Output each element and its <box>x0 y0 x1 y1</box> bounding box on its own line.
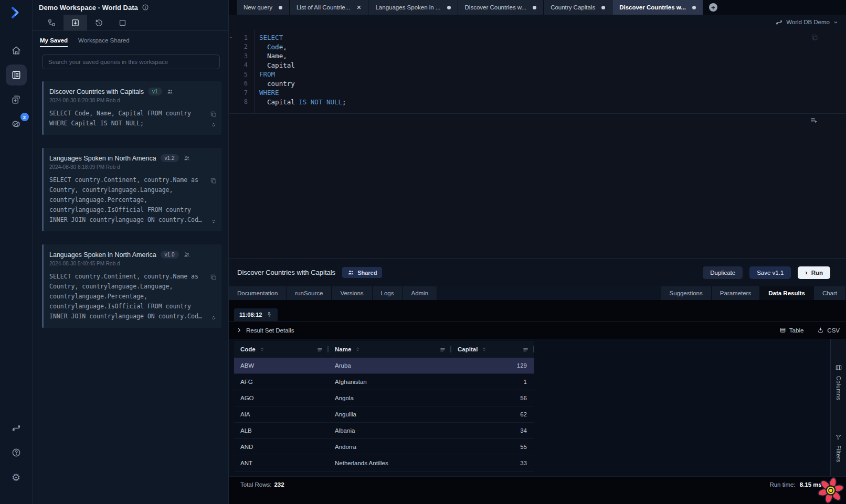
table-row[interactable]: AGOAngola56 <box>234 390 534 406</box>
column-menu-icon[interactable] <box>522 346 529 353</box>
help-icon[interactable] <box>6 442 27 463</box>
shared-badge[interactable]: Shared <box>342 267 382 278</box>
table-cell: AIA <box>234 411 329 417</box>
result-set-details-label[interactable]: Result Set Details <box>246 327 294 334</box>
sort-icon[interactable] <box>355 346 360 352</box>
saved-tab-icon[interactable] <box>64 15 87 30</box>
table-view-button[interactable]: Table <box>779 327 804 334</box>
new-tab-button[interactable]: + <box>709 3 717 12</box>
column-menu-icon[interactable] <box>439 346 446 353</box>
download-icon <box>817 327 824 334</box>
run-button[interactable]: › Run <box>798 266 830 279</box>
query-tab[interactable]: Languages Spoken in ... <box>368 0 458 15</box>
side-tab-columns[interactable]: Columns <box>835 364 842 400</box>
side-tab-filters[interactable]: Filters <box>835 434 842 463</box>
home-icon[interactable] <box>6 40 27 61</box>
copy-icon[interactable] <box>210 274 217 281</box>
brand-logo-icon[interactable] <box>10 6 23 19</box>
save-button[interactable]: Save v1.1 <box>749 266 791 279</box>
users-icon <box>347 269 354 276</box>
column-menu-icon[interactable] <box>316 346 323 353</box>
tab-workspace-shared[interactable]: Workspace Shared <box>78 37 130 47</box>
query-tab-label: List of All Countrie... <box>297 4 350 10</box>
detail-tab-runsource[interactable]: runSource <box>287 286 332 300</box>
card-sql-preview: SELECT country.Continent, country.Name a… <box>49 175 216 225</box>
pin-icon[interactable] <box>266 312 272 318</box>
result-tab-suggestions[interactable]: Suggestions <box>661 286 711 300</box>
code-text: Capital <box>259 61 295 69</box>
query-tab[interactable]: Country Capitals <box>544 0 612 15</box>
saved-queries-icon[interactable] <box>6 65 27 85</box>
table-row[interactable]: ALBAlbania34 <box>234 423 534 439</box>
detail-tab-documentation[interactable]: Documentation <box>229 286 287 300</box>
fold-chevron-icon[interactable] <box>229 35 236 40</box>
close-tab-icon[interactable]: ✕ <box>356 5 361 10</box>
query-tab[interactable]: Discover Countries w... <box>612 0 703 15</box>
query-tab[interactable]: Discover Countries w... <box>458 0 544 15</box>
spacer <box>437 286 661 300</box>
table-header: CodeNameCapital <box>234 341 534 358</box>
source-bar: World DB Demo <box>229 15 846 29</box>
unsaved-dot-icon <box>692 6 696 9</box>
table-cell: Netherlands Antilles <box>329 460 451 466</box>
side-tool-strip: ColumnsFilters <box>830 339 846 476</box>
result-tab-parameters[interactable]: Parameters <box>712 286 760 300</box>
version-badge: v1.0 <box>161 251 179 259</box>
main-area: New queryList of All Countrie...✕Languag… <box>229 0 846 504</box>
copy-query-icon[interactable] <box>811 34 819 41</box>
checks-icon[interactable]: 2 <box>6 114 27 135</box>
table-row[interactable]: ANDAndorra55 <box>234 439 534 455</box>
saved-queries-panel: Demo Workspace - World Data My Saved Wor… <box>33 0 229 504</box>
copy-icon[interactable] <box>210 177 217 185</box>
duplicate-button[interactable]: Duplicate <box>703 266 743 279</box>
scratchpad-icon[interactable] <box>111 15 134 30</box>
column-header-name[interactable]: Name <box>329 341 451 358</box>
table-row[interactable]: AIAAnguilla62 <box>234 406 534 423</box>
add-block-icon[interactable] <box>810 116 818 124</box>
import-icon[interactable] <box>6 89 27 110</box>
saved-query-card[interactable]: Languages Spoken in North Americav1.0202… <box>42 244 221 328</box>
detail-tab-logs[interactable]: Logs <box>373 286 403 300</box>
detail-tab-versions[interactable]: Versions <box>332 286 372 300</box>
table-row[interactable]: ABWAruba129 <box>234 358 534 374</box>
query-tab[interactable]: New query <box>237 0 290 15</box>
sort-icon[interactable] <box>482 346 487 352</box>
table-row[interactable]: ANTNetherlands Antilles33 <box>234 455 534 471</box>
chevron-right-icon[interactable] <box>236 327 242 333</box>
csv-download-button[interactable]: CSV <box>817 327 840 334</box>
info-icon[interactable] <box>142 4 149 11</box>
history-icon[interactable] <box>87 15 111 30</box>
settings-gear-icon[interactable]: ⚙ <box>6 467 27 488</box>
line-number: 7 <box>236 89 248 96</box>
editor-footer-zone <box>229 114 846 258</box>
connections-icon[interactable] <box>6 417 27 438</box>
total-rows-value: 232 <box>274 481 284 488</box>
sql-editor[interactable]: 1SELECT2 Code,3 Name,4 Capital5FROM6 cou… <box>229 29 846 114</box>
table-cell: Angola <box>329 395 451 401</box>
result-timestamp-chip[interactable]: 11:08:12 <box>234 308 278 321</box>
expand-icon[interactable] <box>210 121 217 128</box>
result-tab-data-results[interactable]: Data Results <box>760 286 814 300</box>
query-tab[interactable]: List of All Countrie...✕ <box>290 0 369 15</box>
expand-icon[interactable] <box>210 218 217 225</box>
expand-icon[interactable] <box>210 314 217 321</box>
line-number: 8 <box>236 98 248 105</box>
query-tabstrip: New queryList of All Countrie...✕Languag… <box>229 0 846 15</box>
run-time: Run time: 8.15 ms <box>769 481 822 488</box>
table-row[interactable]: AFGAfghanistan1 <box>234 374 534 390</box>
sql-editor-region: 1SELECT2 Code,3 Name,4 Capital5FROM6 cou… <box>229 29 846 258</box>
saved-query-card[interactable]: Discover Countries with Capitalsv12024-0… <box>42 81 221 135</box>
search-input[interactable] <box>42 55 220 69</box>
source-selector[interactable]: World DB Demo <box>786 19 830 25</box>
copy-icon[interactable] <box>210 111 217 118</box>
column-header-capital[interactable]: Capital <box>451 341 534 358</box>
saved-query-card[interactable]: Languages Spoken in North Americav1.2202… <box>42 148 221 231</box>
csv-label: CSV <box>827 327 840 334</box>
schema-tree-icon[interactable] <box>40 15 64 30</box>
sort-icon[interactable] <box>260 346 265 352</box>
column-header-code[interactable]: Code <box>234 341 329 358</box>
line-number: 3 <box>236 52 248 60</box>
tab-my-saved[interactable]: My Saved <box>40 37 68 47</box>
result-tab-chart[interactable]: Chart <box>814 286 846 300</box>
detail-tab-admin[interactable]: Admin <box>403 286 437 300</box>
